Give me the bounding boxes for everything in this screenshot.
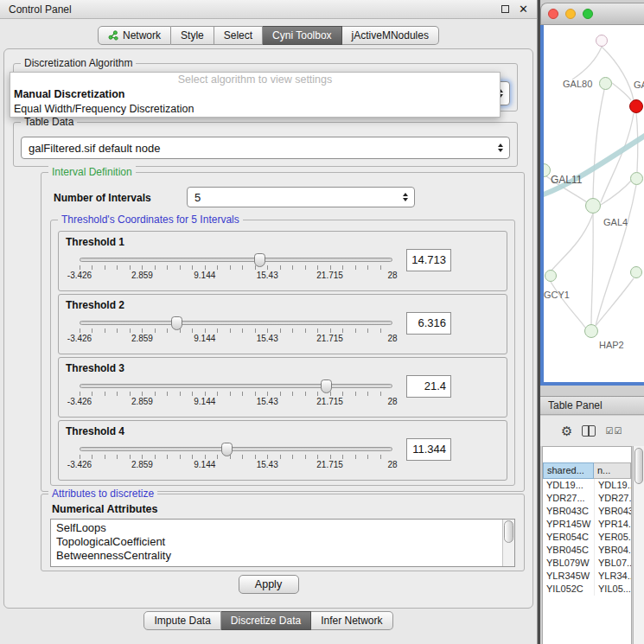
network-window-titlebar[interactable] (540, 3, 644, 25)
network-node[interactable] (545, 270, 557, 282)
threshold-3-label: Threshold 3 (66, 362, 124, 374)
table-data-combobox[interactable]: galFiltered.sif default node (21, 137, 510, 159)
network-node-selected[interactable] (629, 99, 643, 113)
checkbox-icons[interactable]: ☑☑ (605, 426, 622, 436)
network-node[interactable] (585, 198, 601, 214)
threshold-2-slider[interactable]: -3.426 2.859 9.144 15.43 21.715 28 (80, 314, 392, 345)
network-node[interactable] (596, 35, 608, 47)
tick-label: -3.426 (67, 460, 92, 469)
table-cell[interactable]: YPR14... (594, 518, 631, 531)
table-cell[interactable]: YDR27... (594, 492, 631, 505)
tab-style[interactable]: Style (171, 26, 214, 45)
table-row[interactable]: YBR043CYBR043... (543, 505, 631, 518)
table-cell[interactable]: YIL052C (543, 583, 594, 596)
table-cell[interactable]: YIL05... (594, 583, 631, 596)
node-label: GCY1 (544, 290, 570, 300)
slider-track[interactable] (80, 321, 392, 325)
network-node[interactable] (630, 266, 642, 278)
table-row[interactable]: YDR27...YDR27... (543, 492, 631, 505)
table-cell[interactable]: YLR345W (543, 570, 594, 583)
table-row[interactable]: YIL052CYIL05... (543, 583, 631, 596)
tick-label: 9.144 (194, 460, 215, 469)
float-window-icon[interactable] (501, 5, 509, 13)
close-traffic-light-icon[interactable] (548, 9, 558, 19)
table-data-group: Table Data galFiltered.sif default node (13, 122, 518, 167)
table-cell[interactable]: YPR145W (543, 518, 594, 531)
table-cell[interactable]: YBR045C (543, 544, 594, 557)
table-row[interactable]: YER054CYER05... (543, 531, 631, 544)
table-scrollbar[interactable] (633, 446, 644, 644)
table-data-group-label: Table Data (21, 116, 77, 128)
interval-definition-group-label: Interval Definition (48, 166, 136, 178)
slider-track[interactable] (80, 384, 392, 388)
tab-impute-data[interactable]: Impute Data (143, 611, 220, 630)
tick-label: 9.144 (194, 397, 215, 406)
column-header-shared-name[interactable]: shared... (543, 462, 594, 479)
gear-icon[interactable]: ⚙ (561, 424, 572, 437)
threshold-3-slider[interactable]: -3.426 2.859 9.144 15.43 21.715 28 (80, 377, 392, 408)
table-row[interactable]: YBR045CYBR04... (543, 544, 631, 557)
column-header-name[interactable]: n... (594, 462, 631, 479)
table-cell[interactable]: YDR27... (543, 492, 594, 505)
list-scrollbar-thumb[interactable] (504, 520, 513, 543)
number-of-intervals-combobox[interactable]: 5 (187, 187, 415, 207)
list-item[interactable]: BetweennessCentrality (51, 549, 514, 563)
table-row[interactable]: YPR145WYPR14... (543, 518, 631, 531)
table-row[interactable]: YBL079WYBL07... (543, 557, 631, 570)
threshold-3-value-field[interactable]: 21.4 (406, 375, 451, 398)
list-item[interactable]: TopologicalCoefficient (51, 535, 514, 549)
tab-cyni-toolbox[interactable]: Cyni Toolbox (263, 26, 341, 45)
table-spacer (543, 447, 631, 462)
dropdown-option-equal-width-frequency[interactable]: Equal Width/Frequency Discretization (10, 102, 500, 117)
slider-track[interactable] (80, 258, 392, 262)
table-cell[interactable]: YER05... (594, 531, 631, 544)
table-cell[interactable]: YBL079W (543, 557, 594, 570)
right-side: GAL80 GA GAL11 GAL4 GCY1 HAP2 Table Pane… (540, 0, 644, 644)
table-panel-title: Table Panel (548, 399, 603, 411)
table-cell[interactable]: YBR04... (594, 544, 631, 557)
zoom-traffic-light-icon[interactable] (583, 9, 593, 19)
tab-infer-network[interactable]: Infer Network (311, 611, 392, 630)
network-node[interactable] (584, 324, 598, 338)
apply-button[interactable]: Apply (239, 575, 299, 594)
table-cell[interactable]: YBR043C (543, 505, 594, 518)
slider-tick-labels: -3.426 2.859 9.144 15.43 21.715 28 (80, 271, 392, 281)
table-cell[interactable]: YBR043... (594, 505, 631, 518)
table-data-combobox-value: galFiltered.sif default node (29, 142, 160, 155)
tab-cyni-toolbox-label: Cyni Toolbox (272, 26, 331, 45)
close-icon[interactable]: ✕ (519, 3, 528, 15)
columns-icon[interactable] (582, 425, 596, 437)
threshold-1-slider[interactable]: -3.426 2.859 9.144 15.43 21.715 28 (80, 251, 392, 282)
list-scrollbar[interactable] (502, 520, 514, 566)
table-scrollbar-thumb[interactable] (634, 448, 643, 484)
dropdown-option-manual-discretization[interactable]: Manual Discretization (10, 87, 500, 102)
slider-track[interactable] (80, 447, 392, 451)
table-row[interactable]: YLR345WYLR34... (543, 570, 631, 583)
threshold-2-value-field[interactable]: 6.316 (406, 312, 451, 335)
tab-network[interactable]: Network (98, 26, 171, 45)
network-node[interactable] (630, 172, 643, 185)
network-node[interactable] (599, 77, 612, 90)
tab-select[interactable]: Select (214, 26, 263, 45)
table-cell[interactable]: YDL19... (594, 479, 631, 492)
table-cell[interactable]: YBL07... (594, 557, 631, 570)
threshold-1-value-field[interactable]: 14.713 (406, 249, 451, 271)
tick-label: 28 (387, 397, 397, 406)
table-row[interactable]: YDL19...YDL19... (543, 479, 631, 492)
numerical-attributes-label: Numerical Attributes (52, 503, 157, 515)
table-cell[interactable]: YER054C (543, 531, 594, 544)
tick-label: 28 (387, 334, 397, 343)
table-cell[interactable]: YDL19... (543, 479, 594, 492)
network-view[interactable]: GAL80 GA GAL11 GAL4 GCY1 HAP2 (540, 25, 644, 386)
minimize-traffic-light-icon[interactable] (565, 9, 576, 19)
table-cell[interactable]: YLR34... (594, 570, 631, 583)
node-label: GAL11 (551, 174, 582, 186)
slider-ticks (80, 392, 392, 396)
threshold-4-value-field[interactable]: 11.344 (406, 438, 451, 461)
list-item[interactable]: SelfLoops (51, 521, 514, 535)
tab-discretize-data[interactable]: Discretize Data (221, 611, 311, 630)
threshold-4-slider[interactable]: -3.426 2.859 9.144 15.43 21.715 28 (80, 440, 392, 471)
tab-jactivemnodules[interactable]: jActiveMNodules (342, 26, 439, 45)
dropdown-placeholder-option[interactable]: Select algorithm to view settings (10, 73, 500, 87)
number-of-intervals-label: Number of Intervals (54, 192, 151, 204)
